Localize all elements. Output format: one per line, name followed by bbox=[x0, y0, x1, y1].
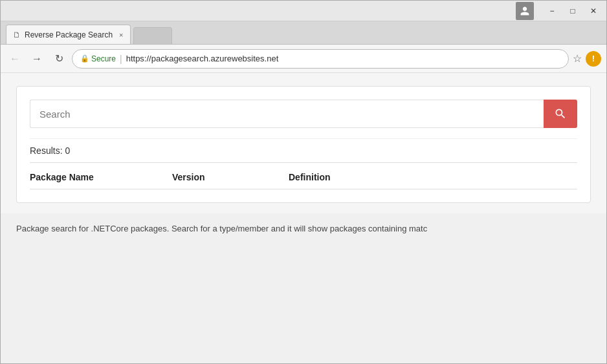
title-bar: − □ ✕ bbox=[1, 1, 606, 21]
url-input[interactable] bbox=[126, 54, 560, 63]
back-button[interactable]: ← bbox=[6, 50, 24, 68]
url-separator: | bbox=[120, 54, 122, 64]
results-table: Package Name Version Definition bbox=[30, 162, 577, 189]
tab-bar: 🗋 Reverse Package Search × bbox=[1, 21, 606, 45]
tab-close-button[interactable]: × bbox=[119, 31, 123, 39]
search-input[interactable] bbox=[30, 100, 544, 128]
tab-page-icon: 🗋 bbox=[13, 30, 21, 39]
lock-icon: 🔒 bbox=[80, 54, 89, 63]
results-label: Results: 0 bbox=[30, 145, 70, 156]
forward-button[interactable]: → bbox=[28, 50, 46, 68]
col-header-definition: Definition bbox=[289, 172, 577, 182]
close-button[interactable]: ✕ bbox=[586, 5, 601, 17]
results-count: Results: 0 bbox=[30, 138, 577, 162]
profile-icon[interactable] bbox=[516, 2, 534, 20]
url-bar[interactable]: 🔒 Secure | bbox=[72, 49, 569, 69]
new-tab[interactable] bbox=[133, 27, 172, 44]
restore-button[interactable]: □ bbox=[565, 5, 580, 17]
info-button[interactable]: ! bbox=[586, 51, 601, 67]
footer-description: Package search for .NETCore packages. Se… bbox=[16, 224, 427, 233]
window-controls: − □ ✕ bbox=[544, 5, 601, 17]
secure-label-text: Secure bbox=[91, 54, 116, 63]
footer-text: Package search for .NETCore packages. Se… bbox=[1, 213, 606, 233]
active-tab-label: Reverse Package Search bbox=[25, 30, 113, 39]
search-card: Results: 0 Package Name Version Definiti… bbox=[16, 86, 591, 203]
refresh-button[interactable]: ↻ bbox=[50, 50, 68, 68]
search-icon bbox=[554, 107, 567, 120]
minimize-button[interactable]: − bbox=[544, 5, 560, 17]
search-button[interactable] bbox=[544, 100, 577, 128]
col-header-package: Package Name bbox=[30, 172, 172, 182]
main-content: Results: 0 Package Name Version Definiti… bbox=[1, 73, 606, 213]
col-header-version: Version bbox=[172, 172, 289, 182]
active-tab[interactable]: 🗋 Reverse Package Search × bbox=[6, 25, 131, 44]
address-bar: ← → ↻ 🔒 Secure | ☆ ! bbox=[1, 45, 606, 73]
secure-indicator: 🔒 Secure bbox=[80, 54, 116, 63]
bookmark-button[interactable]: ☆ bbox=[573, 52, 582, 65]
table-header: Package Name Version Definition bbox=[30, 163, 577, 189]
search-row bbox=[30, 100, 577, 128]
